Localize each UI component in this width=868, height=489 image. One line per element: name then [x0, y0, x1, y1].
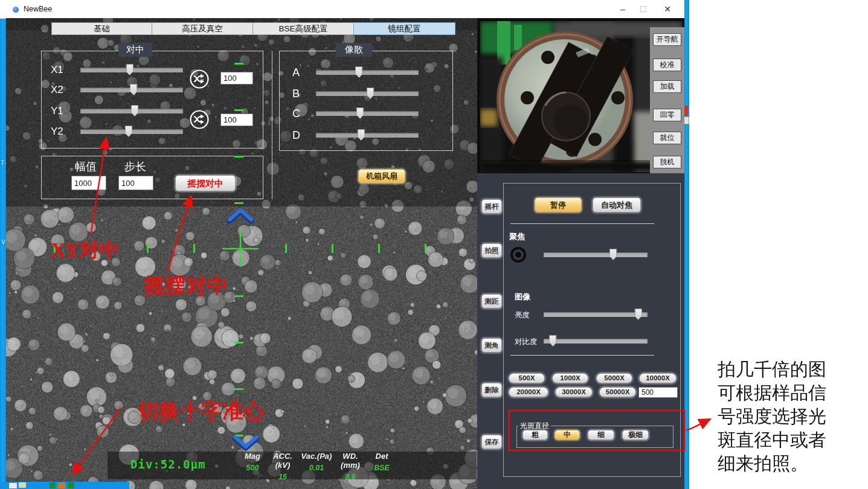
status-col-acc: ACC.(kV)15 [266, 452, 300, 479]
divider [510, 223, 654, 224]
save-button[interactable]: 保存 [481, 435, 502, 449]
mag-20000x-button[interactable]: 20000X [509, 387, 548, 397]
annotation-wobble-centering: 摇摆对中 [144, 272, 228, 300]
status-col-det: DetBSE [368, 452, 395, 479]
astig-a-label: A [292, 66, 300, 79]
mag-30000x-button[interactable]: 30000X [555, 387, 593, 397]
centering-group-title: 对中 [118, 43, 152, 57]
taskbar-icon[interactable] [68, 482, 74, 488]
joystick-button[interactable]: 摇杆 [481, 199, 502, 214]
annotation-toggle-crosshair: 切换十字准心 [138, 397, 265, 426]
side-note: 拍几千倍的图 可根据样品信 号强度选择光 斑直径中或者 细来拍照。 [718, 357, 826, 475]
wobble-y-icon[interactable] [189, 109, 210, 130]
mag-10000x-button[interactable]: 10000X [639, 373, 677, 383]
desktop-edge-right [684, 0, 689, 489]
wobble-x-icon[interactable] [189, 69, 210, 89]
y1-label: Y1 [51, 105, 63, 117]
astig-d-slider[interactable] [316, 133, 419, 138]
contrast-slider[interactable] [544, 339, 648, 344]
step-label: 步长 [124, 159, 146, 174]
app-icon [13, 7, 19, 13]
astig-b-label: B [292, 88, 300, 100]
wobble-centering-button[interactable]: 摇摆对中 [175, 175, 236, 191]
nav-load-button[interactable]: 加载 [653, 80, 681, 93]
divider [510, 355, 654, 356]
y2-slider[interactable] [80, 129, 183, 134]
chassis-fan-button[interactable]: 机箱风扇 [358, 169, 405, 184]
astig-c-label: C [292, 107, 300, 120]
measure-angle-button[interactable]: 测角 [481, 338, 502, 353]
panel-separator [272, 51, 272, 199]
tab-bse-advanced[interactable]: BSE高级配置 [252, 22, 354, 35]
divergence-readout: Div:52.0μm [130, 458, 205, 471]
spot-fine-button[interactable]: 细 [588, 430, 614, 440]
tab-basic[interactable]: 基础 [51, 22, 152, 35]
screen: T· V M NewBee – ☐ ✕ Div:52.0μm Mag500 AC… [0, 0, 868, 489]
taskbar [0, 482, 129, 489]
mag-50000x-button[interactable]: 50000X [599, 387, 636, 397]
x1-label: X1 [51, 64, 63, 76]
autofocus-button[interactable]: 自动对焦 [593, 197, 641, 213]
mag-5000x-button[interactable]: 5000X [596, 373, 632, 383]
delete-button[interactable]: 删除 [481, 383, 502, 397]
nav-offline-button[interactable]: 脱机 [653, 156, 681, 168]
status-col-vac: Vac.(Pa)0.01 [300, 452, 333, 479]
window-title: NewBee [24, 5, 52, 13]
amplitude-input[interactable] [71, 176, 106, 190]
focus-target-icon[interactable] [510, 247, 526, 263]
astig-a-slider[interactable] [316, 70, 419, 75]
nav-open-navigation-button[interactable]: 开导航 [653, 33, 681, 46]
astig-d-label: D [292, 129, 300, 142]
close-button[interactable]: ✕ [660, 3, 675, 15]
status-col-wd: WD.(mm)8.6 [333, 452, 367, 479]
tab-lens-config[interactable]: 镜组配置 [353, 22, 455, 35]
status-col-mag: Mag500 [239, 452, 266, 479]
nav-button-column: 开导航 校准 加载 回零 就位 脱机 [650, 27, 684, 173]
nav-home-button[interactable]: 回零 [653, 109, 681, 121]
astig-b-slider[interactable] [316, 91, 419, 96]
nav-in-position-button[interactable]: 就位 [653, 132, 681, 144]
wobble-x-input[interactable] [220, 72, 253, 85]
focus-slider[interactable] [544, 252, 648, 257]
pause-button[interactable]: 暂停 [535, 197, 582, 213]
spot-medium-button[interactable]: 中 [555, 430, 580, 440]
x2-slider[interactable] [80, 88, 183, 92]
image-section-label: 图像 [515, 292, 530, 302]
taskbar-start-icon[interactable] [8, 482, 18, 489]
status-bar: Div:52.0μm Mag500 ACC.(kV)15 Vac.(Pa)0.0… [108, 452, 477, 479]
nav-calibrate-button[interactable]: 校准 [653, 59, 681, 71]
wobble-y-input[interactable] [220, 113, 253, 126]
mag-500x-button[interactable]: 500X [509, 373, 545, 383]
step-input[interactable] [118, 176, 153, 190]
brightness-label: 亮度 [515, 310, 530, 321]
amplitude-label: 幅值 [75, 159, 97, 174]
contrast-label: 对比度 [515, 337, 538, 347]
astig-c-slider[interactable] [316, 111, 419, 116]
tab-hv-vacuum[interactable]: 高压及真空 [152, 22, 253, 35]
annotation-xy-centering: XY对中 [51, 237, 120, 264]
focus-label: 聚焦 [509, 231, 525, 242]
taskbar-icon[interactable] [50, 482, 56, 488]
taskbar-icon[interactable] [19, 482, 26, 488]
maximize-button[interactable]: ☐ [635, 3, 651, 15]
desktop-label: V [1, 239, 5, 246]
y2-label: Y2 [51, 126, 63, 138]
taskbar-icon[interactable] [58, 482, 65, 488]
brightness-slider[interactable] [544, 312, 648, 317]
title-bar [0, 0, 684, 19]
measure-distance-button[interactable]: 测距 [481, 294, 502, 308]
y1-slider[interactable] [80, 109, 183, 113]
x2-label: X2 [51, 84, 63, 96]
x1-slider[interactable] [80, 68, 183, 72]
mag-1000x-button[interactable]: 1000X [552, 373, 588, 383]
spot-coarse-button[interactable]: 粗 [522, 430, 548, 440]
mag-input[interactable] [638, 387, 678, 398]
spot-extra-fine-button[interactable]: 极细 [622, 430, 649, 440]
minimize-button[interactable]: – [615, 3, 631, 15]
snapshot-button[interactable]: 拍照 [481, 243, 502, 258]
astigmatism-group-title: 像散 [336, 43, 372, 57]
